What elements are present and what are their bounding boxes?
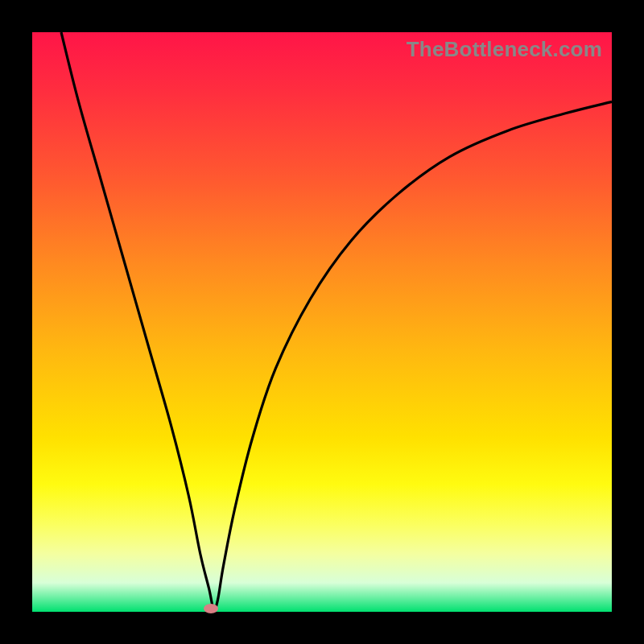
chart-frame: TheBottleneck.com [0, 0, 644, 644]
plot-area: TheBottleneck.com [32, 32, 612, 612]
curve-path [61, 32, 612, 609]
performance-curve [32, 32, 612, 612]
optimal-point-marker [204, 604, 218, 613]
